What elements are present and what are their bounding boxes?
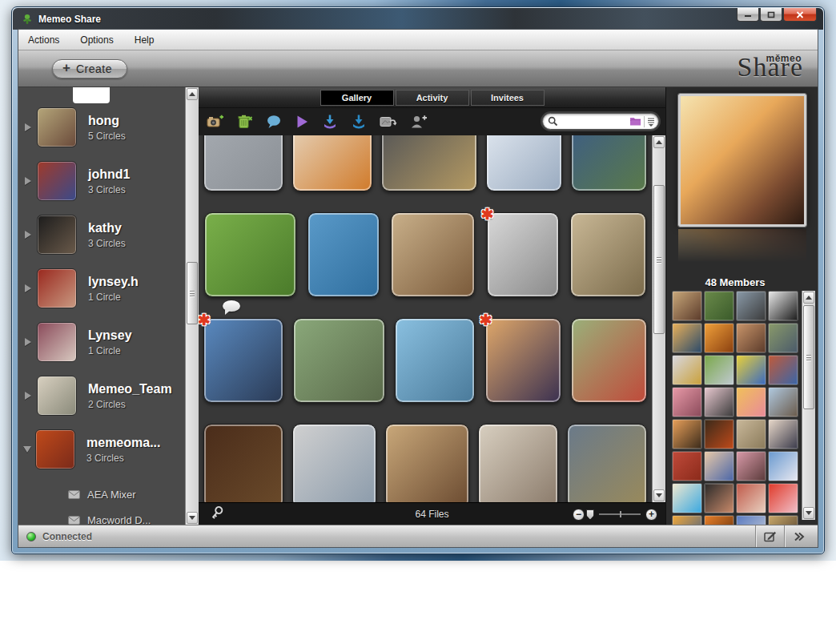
- minimize-button[interactable]: [737, 8, 759, 22]
- photo-thumbnail[interactable]: [293, 318, 385, 403]
- photo-thumbnail[interactable]: [203, 424, 283, 502]
- comment-icon[interactable]: [266, 115, 282, 129]
- photo-thumbnail[interactable]: [292, 135, 372, 191]
- photo-thumbnail[interactable]: [478, 424, 558, 502]
- member-avatar[interactable]: [672, 419, 702, 449]
- sidebar-item-lynsey[interactable]: Lynsey1 Circle: [18, 321, 185, 363]
- member-avatar[interactable]: [672, 483, 702, 513]
- zoom-slider-thumb[interactable]: [586, 509, 594, 520]
- photo-thumbnail[interactable]: [381, 135, 477, 191]
- partially-visible-avatar[interactable]: [73, 87, 110, 103]
- photo-thumbnail[interactable]: [292, 424, 376, 502]
- member-avatar[interactable]: [704, 323, 734, 353]
- photo-thumbnail[interactable]: ✱: [485, 318, 561, 403]
- member-avatar[interactable]: [672, 515, 702, 525]
- member-avatar[interactable]: [672, 291, 702, 321]
- sidebar-item-memeo_team[interactable]: Memeo_Team2 Circles: [18, 375, 185, 417]
- slideshow-icon[interactable]: [295, 115, 309, 129]
- download-icon[interactable]: [351, 115, 367, 130]
- photo-thumbnail[interactable]: [204, 212, 296, 297]
- scroll-up-button[interactable]: [653, 136, 665, 148]
- photo-thumbnail[interactable]: [571, 318, 647, 403]
- member-avatar[interactable]: [704, 387, 734, 417]
- photo-thumbnail[interactable]: [307, 212, 380, 297]
- send-photos-icon[interactable]: [380, 115, 397, 129]
- expander-icon[interactable]: [25, 231, 31, 239]
- tab-invitees[interactable]: Invitees: [471, 90, 545, 106]
- title-bar[interactable]: Memeo Share: [13, 8, 823, 30]
- expander-icon[interactable]: [23, 446, 31, 453]
- member-avatar[interactable]: [736, 515, 766, 525]
- create-button[interactable]: + Create: [52, 59, 127, 78]
- member-avatar[interactable]: [736, 483, 766, 513]
- scroll-down-button[interactable]: [187, 512, 198, 524]
- delete-photos-icon[interactable]: [237, 115, 253, 129]
- tab-activity[interactable]: Activity: [396, 90, 469, 106]
- photo-thumbnail[interactable]: [571, 135, 647, 191]
- photo-thumbnail[interactable]: ✱: [203, 318, 283, 403]
- tab-gallery[interactable]: Gallery: [320, 90, 394, 106]
- photo-thumbnail[interactable]: ✱: [487, 212, 559, 297]
- gallery-scrollbar[interactable]: [652, 135, 665, 502]
- sidebar-item-memeoma-[interactable]: memeoma...3 Circles: [18, 429, 185, 470]
- scroll-up-button[interactable]: [187, 88, 198, 100]
- member-avatar[interactable]: [704, 483, 734, 513]
- scrollbar-thumb[interactable]: [803, 305, 814, 409]
- search-box[interactable]: [542, 113, 659, 130]
- member-avatar[interactable]: [704, 419, 734, 449]
- member-avatar[interactable]: [736, 387, 766, 417]
- photo-thumbnail[interactable]: [486, 135, 562, 191]
- sidebar-item-johnd1[interactable]: johnd13 Circles: [18, 160, 185, 202]
- sidebar-item-kathy[interactable]: kathy3 Circles: [18, 214, 185, 256]
- members-scrollbar[interactable]: [802, 291, 815, 520]
- member-avatar[interactable]: [768, 323, 798, 353]
- expand-button[interactable]: [784, 525, 813, 547]
- member-avatar[interactable]: [704, 291, 734, 321]
- photo-thumbnail[interactable]: [395, 318, 475, 403]
- sidebar-scrollbar[interactable]: [185, 87, 199, 525]
- member-avatar[interactable]: [768, 515, 798, 525]
- expander-icon[interactable]: [25, 338, 31, 346]
- sidebar-subitem-aea-mixer[interactable]: AEA Mixer: [18, 482, 185, 506]
- member-avatar[interactable]: [704, 451, 734, 481]
- scroll-up-button[interactable]: [803, 292, 814, 304]
- member-avatar[interactable]: [672, 323, 702, 353]
- expander-icon[interactable]: [25, 177, 31, 185]
- add-photos-icon[interactable]: [207, 115, 224, 129]
- sidebar-subitem-macworld-d-[interactable]: Macworld D...: [18, 508, 185, 525]
- member-avatar[interactable]: [736, 291, 766, 321]
- close-button[interactable]: [783, 8, 817, 22]
- member-avatar[interactable]: [736, 323, 766, 353]
- search-folder-icon[interactable]: [629, 117, 641, 127]
- member-avatar[interactable]: [704, 355, 734, 385]
- expander-icon[interactable]: [25, 392, 31, 400]
- member-avatar[interactable]: [768, 483, 798, 513]
- maximize-button[interactable]: [760, 8, 782, 22]
- member-avatar[interactable]: [672, 355, 702, 385]
- key-icon[interactable]: [210, 505, 227, 523]
- menu-item-help[interactable]: Help: [135, 34, 155, 46]
- download-selected-icon[interactable]: [322, 115, 338, 130]
- member-avatar[interactable]: [736, 451, 766, 481]
- member-avatar[interactable]: [672, 387, 702, 417]
- zoom-in-button[interactable]: +: [645, 509, 657, 521]
- member-avatar[interactable]: [768, 451, 798, 481]
- member-avatar[interactable]: [704, 515, 734, 525]
- scroll-down-button[interactable]: [653, 489, 665, 501]
- comment-badge[interactable]: [223, 300, 240, 312]
- menu-item-actions[interactable]: Actions: [28, 34, 59, 46]
- expander-icon[interactable]: [25, 123, 31, 131]
- member-avatar[interactable]: [736, 419, 766, 449]
- member-avatar[interactable]: [768, 291, 798, 321]
- search-dropdown-icon[interactable]: [647, 117, 655, 127]
- member-avatar[interactable]: [672, 451, 702, 481]
- member-avatar[interactable]: [768, 387, 798, 417]
- zoom-slider-track[interactable]: [599, 513, 641, 515]
- scrollbar-thumb[interactable]: [653, 185, 665, 334]
- add-member-icon[interactable]: [410, 115, 428, 129]
- zoom-out-button[interactable]: −: [573, 509, 585, 521]
- expander-icon[interactable]: [25, 284, 31, 292]
- sidebar-item-lynsey-h[interactable]: lynsey.h1 Circle: [18, 268, 185, 309]
- photo-thumbnail[interactable]: [570, 212, 646, 297]
- search-input[interactable]: [558, 115, 629, 128]
